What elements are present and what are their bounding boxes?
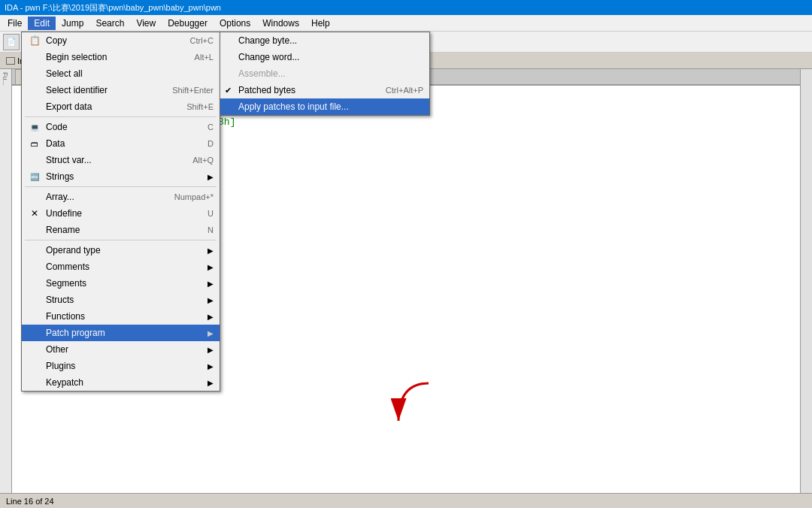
patched-bytes-shortcut: Ctrl+Alt+P <box>386 86 423 95</box>
rename-shortcut: N <box>208 225 214 234</box>
menu-item-patch-program[interactable]: Patch program ▶ <box>22 325 220 341</box>
sep1 <box>25 116 217 117</box>
menu-item-export-data[interactable]: Export data Shift+E <box>22 98 220 115</box>
operand-type-arrow: ▶ <box>208 246 214 255</box>
data-label: Data <box>46 138 65 149</box>
menu-options[interactable]: Options <box>214 17 256 30</box>
menu-item-comments[interactable]: Comments ▶ <box>22 259 220 275</box>
menu-item-functions[interactable]: Functions ▶ <box>22 308 220 325</box>
structs-label: Structs <box>46 295 74 305</box>
menu-item-segments[interactable]: Segments ▶ <box>22 275 220 292</box>
select-identifier-shortcut: Shift+Enter <box>172 86 214 95</box>
menu-debugger[interactable]: Debugger <box>162 17 214 30</box>
menu-item-struct-var[interactable]: Struct var... Alt+Q <box>22 152 220 168</box>
legend-instruction-box <box>6 57 15 65</box>
other-arrow: ▶ <box>208 346 214 354</box>
menu-item-keypatch[interactable]: Keypatch ▶ <box>22 374 220 391</box>
plugins-arrow: ▶ <box>208 362 214 370</box>
menu-item-patched-bytes[interactable]: ✔ Patched bytes Ctrl+Alt+P <box>220 82 429 98</box>
strings-icon: 🔤 <box>28 170 41 183</box>
code-label: Code <box>46 122 68 132</box>
menu-item-other[interactable]: Other ▶ <box>22 341 220 358</box>
menu-help[interactable]: Help <box>305 17 336 30</box>
menu-item-strings[interactable]: 🔤 Strings ▶ <box>22 168 220 185</box>
segments-arrow: ▶ <box>208 280 214 288</box>
functions-arrow: ▶ <box>208 313 214 321</box>
patch-program-label: Patch program <box>46 328 105 338</box>
menu-item-begin-selection[interactable]: Begin selection Alt+L <box>22 49 220 65</box>
patch-program-arrow: ▶ <box>208 329 214 337</box>
menu-item-data[interactable]: 🗃 Data D <box>22 135 220 152</box>
select-all-label: Select all <box>46 68 83 79</box>
functions-label: Functions <box>46 311 85 322</box>
menu-jump[interactable]: Jump <box>56 17 89 30</box>
menu-file[interactable]: File <box>2 17 28 30</box>
menu-item-plugins[interactable]: Plugins ▶ <box>22 358 220 374</box>
sep2 <box>25 186 217 187</box>
menu-item-copy[interactable]: 📋 Copy Ctrl+C <box>22 32 220 49</box>
title-bar: IDA - pwn F:\比赛\2019国赛\pwn\baby_pwn\baby… <box>0 0 812 15</box>
array-shortcut: Numpad+* <box>174 192 214 201</box>
plugins-label: Plugins <box>46 361 75 371</box>
menu-item-rename[interactable]: Rename N <box>22 222 220 238</box>
menu-item-copy-label: Copy <box>46 35 67 46</box>
menu-item-structs[interactable]: Structs ▶ <box>22 292 220 308</box>
menu-search[interactable]: Search <box>89 17 130 30</box>
status-bar: Line 16 of 24 <box>0 493 812 508</box>
patched-bytes-check: ✔ <box>225 86 232 95</box>
strings-arrow: ▶ <box>208 173 214 181</box>
change-byte-label: Change byte... <box>238 35 297 46</box>
struct-var-label: Struct var... <box>46 155 92 165</box>
vertical-scrollbar[interactable] <box>800 69 812 493</box>
undefine-label: Undefine <box>46 208 82 219</box>
assemble-label: Assemble... <box>238 68 286 79</box>
operand-type-label: Operand type <box>46 245 101 256</box>
export-data-label: Export data <box>46 101 92 112</box>
data-icon: 🗃 <box>28 137 41 150</box>
left-panel: Fu... <box>0 69 12 493</box>
menu-edit[interactable]: Edit <box>28 17 56 30</box>
rename-label: Rename <box>46 225 80 235</box>
code-shortcut: C <box>208 122 214 132</box>
struct-var-shortcut: Alt+Q <box>192 156 214 165</box>
apply-patches-label: Apply patches to input file... <box>238 101 349 112</box>
select-identifier-label: Select identifier <box>46 85 108 95</box>
undefine-icon: ✕ <box>28 207 41 220</box>
menu-bar: File Edit Jump Search View Debugger Opti… <box>0 15 812 32</box>
keypatch-arrow: ▶ <box>208 379 214 387</box>
menu-item-array[interactable]: Array... Numpad+* <box>22 189 220 205</box>
menu-item-change-byte[interactable]: Change byte... <box>220 32 429 49</box>
begin-selection-label: Begin selection <box>46 52 107 62</box>
title-text: IDA - pwn F:\比赛\2019国赛\pwn\baby_pwn\baby… <box>5 2 221 14</box>
menu-item-operand-type[interactable]: Operand type ▶ <box>22 242 220 259</box>
menu-item-assemble: Assemble... <box>220 65 429 82</box>
menu-item-change-word[interactable]: Change word... <box>220 49 429 65</box>
array-label: Array... <box>46 192 74 202</box>
sep3 <box>25 240 217 240</box>
export-data-shortcut: Shift+E <box>186 102 214 111</box>
menu-item-undefine[interactable]: ✕ Undefine U <box>22 205 220 222</box>
comments-label: Comments <box>46 262 89 272</box>
menu-item-select-identifier[interactable]: Select identifier Shift+Enter <box>22 82 220 98</box>
data-shortcut: D <box>208 139 214 148</box>
change-word-label: Change word... <box>238 52 299 62</box>
menu-windows[interactable]: Windows <box>256 17 305 30</box>
begin-selection-shortcut: Alt+L <box>195 53 214 62</box>
edit-menu: 📋 Copy Ctrl+C Begin selection Alt+L Sele… <box>21 32 220 392</box>
patched-bytes-label: Patched bytes <box>238 85 295 95</box>
copy-shortcut: Ctrl+C <box>190 36 214 45</box>
status-text: Line 16 of 24 <box>6 497 54 506</box>
menu-item-apply-patches[interactable]: Apply patches to input file... <box>220 98 429 115</box>
menu-item-select-all[interactable]: Select all <box>22 65 220 82</box>
menu-item-code[interactable]: 💻 Code C <box>22 119 220 135</box>
menu-view[interactable]: View <box>130 17 162 30</box>
left-panel-label: Fu... <box>2 72 9 86</box>
patch-submenu: Change byte... Change word... Assemble..… <box>220 32 430 116</box>
toolbar-new[interactable]: 📄 <box>3 34 20 50</box>
comments-arrow: ▶ <box>208 263 214 271</box>
strings-label: Strings <box>46 171 74 182</box>
undefine-shortcut: U <box>208 209 214 218</box>
segments-label: Segments <box>46 278 86 289</box>
keypatch-label: Keypatch <box>46 377 83 388</box>
code-icon: 💻 <box>28 120 41 134</box>
